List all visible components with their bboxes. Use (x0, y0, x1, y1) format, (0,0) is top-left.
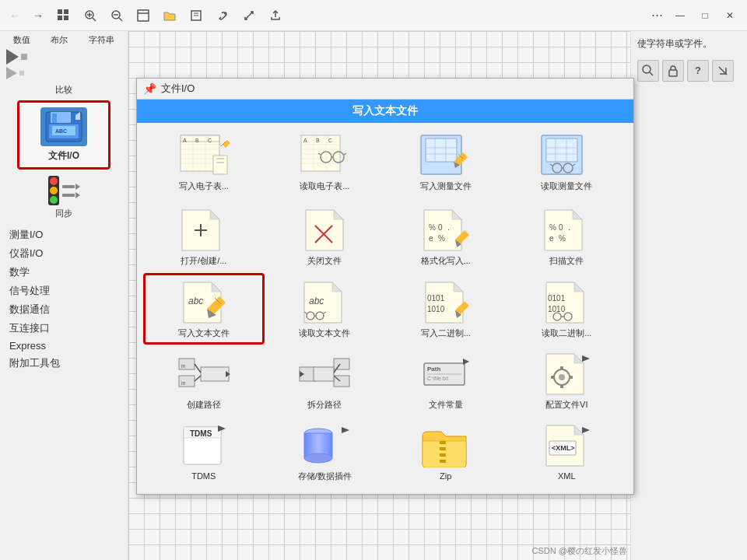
popup-item-open-file[interactable]: 打开/创建/... (143, 201, 265, 272)
export-button[interactable] (265, 5, 286, 26)
grid-view-button[interactable] (53, 5, 75, 26)
popup-row-4: in in 创建路径 (137, 345, 633, 416)
read-spreadsheet-label: 读取电子表... (300, 180, 349, 191)
svg-point-150 (559, 374, 565, 380)
svg-text:B: B (316, 138, 320, 143)
popup-item-split-path[interactable]: 拆分路径 (265, 345, 386, 416)
zoom-in-button[interactable] (79, 5, 101, 26)
svg-text:<XML>: <XML> (552, 444, 575, 452)
fileio-item[interactable]: ABC 文件I/O (17, 100, 110, 170)
svg-rect-18 (52, 114, 57, 123)
write-text-label: 写入文本文件 (178, 327, 230, 338)
storage-label: 存储/数据插件 (298, 471, 352, 481)
svg-text:0101: 0101 (548, 294, 566, 303)
write-measure-label: 写入测量文件 (420, 180, 472, 191)
popup-item-config-vi[interactable]: 配置文件VI (507, 345, 628, 416)
popup-item-read-binary[interactable]: 0101 1010 读取二进制... (507, 273, 628, 345)
svg-marker-107 (332, 282, 342, 292)
create-path-icon: in in (177, 351, 231, 397)
format-write-label: 格式化写入... (421, 255, 471, 266)
svg-marker-121 (574, 282, 584, 292)
svg-text:0: 0 (438, 223, 443, 232)
write-binary-label: 写入二进制... (421, 327, 471, 338)
sync-item[interactable]: 同步 (0, 173, 128, 222)
sidebar-item-data-comm[interactable]: 数据通信 (3, 300, 124, 319)
write-text-icon: abc (177, 279, 231, 326)
search-tool-button[interactable] (637, 60, 659, 82)
fileio-label: 文件I/O (48, 149, 79, 163)
popup-item-create-path[interactable]: in in 创建路径 (143, 345, 265, 416)
svg-marker-155 (582, 355, 590, 362)
category-boolean[interactable]: 布尔 (51, 34, 68, 46)
svg-text:%: % (549, 223, 556, 232)
popup-row-3: abc 写入文本文件 abc (137, 273, 633, 345)
sidebar-item-express[interactable]: Express (3, 338, 124, 354)
sidebar-item-addons[interactable]: 附加工具包 (3, 354, 124, 373)
close-button[interactable]: ✕ (719, 5, 741, 26)
popup-item-write-spreadsheet[interactable]: A B C 写入电子表... (143, 126, 265, 198)
write-binary-icon: 0101 1010 (419, 279, 473, 326)
write-spreadsheet-label: 写入电子表... (179, 180, 229, 191)
svg-rect-57 (426, 138, 457, 162)
sidebar-item-instrument-io[interactable]: 仪器I/O (3, 244, 124, 263)
svg-rect-154 (569, 376, 573, 379)
more-options-button[interactable]: ··· (645, 7, 669, 23)
svg-text:in: in (181, 363, 186, 369)
expand-tool-button[interactable] (712, 60, 734, 82)
popup-item-tdms[interactable]: TDMS TDMS (143, 416, 265, 488)
sidebar-item-interconnect[interactable]: 互连接口 (3, 319, 124, 338)
sidebar-item-signal-processing[interactable]: 信号处理 (3, 282, 124, 300)
popup-item-write-text[interactable]: abc 写入文本文件 (143, 273, 265, 345)
popup-item-read-text[interactable]: abc 读取文本文件 (265, 273, 386, 345)
edit-button[interactable] (185, 5, 207, 26)
zoom-out-button[interactable] (106, 5, 128, 26)
lock-tool-button[interactable] (662, 60, 684, 82)
read-measure-label: 读取测量文件 (541, 180, 592, 191)
tdms-icon: TDMS (177, 422, 231, 469)
read-text-icon: abc (297, 279, 352, 326)
popup-item-format-write[interactable]: % 0 . e % 格式化写入... (385, 201, 507, 272)
help-tool-button[interactable]: ? (687, 60, 709, 82)
toolbar (53, 5, 286, 26)
popup-header-title: 文件I/O (161, 82, 195, 96)
svg-rect-3 (64, 16, 68, 20)
popup-item-read-spreadsheet[interactable]: A B C 读取电子表... (265, 126, 386, 198)
popup-item-write-measure[interactable]: 写入测量文件 (385, 126, 507, 198)
maximize-button[interactable]: □ (694, 5, 716, 26)
sidebar-item-measurement-io[interactable]: 测量I/O (3, 226, 124, 244)
popup-item-storage[interactable]: 存储/数据插件 (265, 416, 386, 488)
close-file-icon (297, 207, 352, 254)
tdms-label: TDMS (191, 471, 216, 481)
left-sidebar: 数值 布尔 字符串 比较 (0, 31, 128, 560)
folder-button[interactable] (159, 5, 181, 26)
sidebar-item-math[interactable]: 数学 (3, 263, 124, 282)
popup-window: 📌 文件I/O 写入文本文件 (136, 78, 634, 495)
create-path-label: 创建路径 (187, 399, 221, 410)
svg-text:abc: abc (309, 296, 324, 306)
popup-item-scan-file[interactable]: % 0 . e % 扫描文件 (507, 201, 628, 272)
popup-item-file-const[interactable]: Path C:\file.txt 文件常量 (385, 345, 507, 416)
svg-text:e: e (429, 234, 433, 243)
minimize-button[interactable]: — (669, 5, 691, 26)
link-button[interactable] (212, 5, 233, 26)
window-button[interactable] (132, 5, 154, 26)
popup-item-xml[interactable]: <XML> XML (507, 416, 628, 488)
category-string[interactable]: 字符串 (89, 34, 114, 46)
run-button[interactable] (6, 49, 27, 65)
popup-item-zip[interactable]: Zip (385, 416, 507, 488)
forward-button[interactable]: → (30, 7, 47, 24)
svg-text:0: 0 (559, 223, 563, 232)
category-numeric[interactable]: 数值 (13, 34, 30, 46)
popup-item-close-file[interactable]: 关闭文件 (265, 201, 386, 272)
resize-button[interactable] (238, 5, 260, 26)
scan-file-icon: % 0 . e % (539, 207, 594, 254)
popup-item-read-measure[interactable]: 读取测量文件 (507, 126, 628, 198)
svg-text:1010: 1010 (427, 305, 445, 313)
open-file-label: 打开/创建/... (181, 255, 226, 266)
run-continuous-button[interactable] (6, 67, 27, 79)
back-button[interactable]: ← (6, 7, 23, 24)
title-bar: ← → ··· — □ ✕ (0, 0, 747, 31)
svg-point-162 (304, 453, 332, 463)
write-spreadsheet-icon: A B C (177, 132, 231, 179)
popup-item-write-binary[interactable]: 0101 1010 写入二进制... (385, 273, 507, 345)
